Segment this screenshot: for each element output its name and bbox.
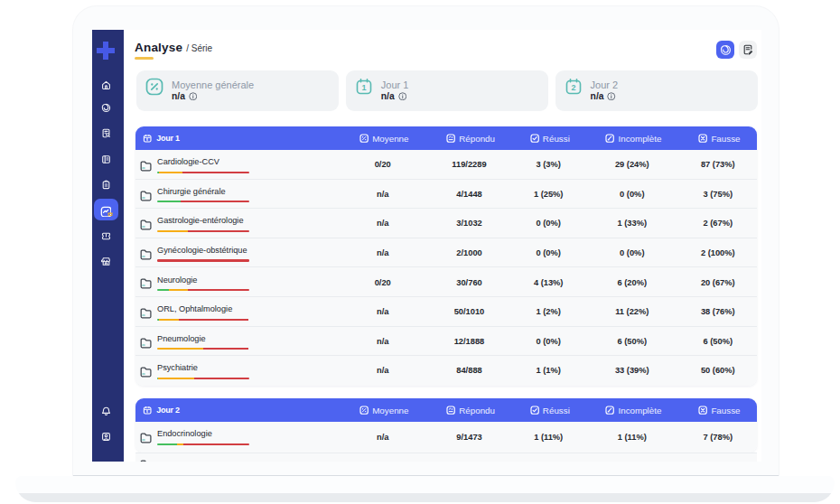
svg-text:2: 2: [571, 83, 575, 92]
svg-text:1: 1: [361, 83, 366, 92]
